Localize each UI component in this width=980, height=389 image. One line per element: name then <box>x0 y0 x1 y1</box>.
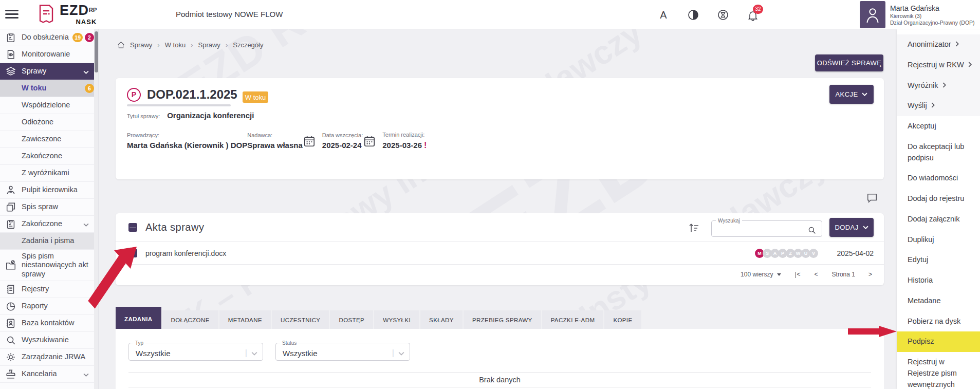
next-page-button[interactable]: > <box>868 271 873 278</box>
sidebar-item[interactable]: Pulpit kierownika <box>0 182 98 199</box>
context-menu-item-label: Dodaj załącznik <box>908 214 960 225</box>
context-menu-item[interactable]: Do wiadomości <box>897 168 980 189</box>
select-all-checkbox[interactable]: — <box>128 223 137 232</box>
context-menu-item[interactable]: Anonimizator <box>897 34 980 55</box>
sidebar-item[interactable]: Odłożone <box>0 114 98 131</box>
file-checkbox[interactable]: ✓ <box>128 249 137 257</box>
comment-bubble-icon[interactable] <box>866 192 878 203</box>
context-menu-item[interactable]: Pobierz na dysk <box>897 311 980 332</box>
chevron-right-icon <box>931 100 935 112</box>
sidebar-item[interactable]: Współdzielone <box>0 97 98 114</box>
scrollbar-thumb[interactable] <box>95 31 98 72</box>
tab[interactable]: ZADANIA <box>116 307 161 330</box>
file-row[interactable]: ✓ program konferencji.docx M S A P Z W U <box>116 242 884 265</box>
sidebar-item-label: Zawieszone <box>22 135 94 143</box>
sidebar-item[interactable]: Do obsłużenia 19 2 <box>0 29 98 46</box>
sidebar-item[interactable]: Wyszukiwanie <box>0 332 98 349</box>
sidebar-item[interactable]: Zakończone <box>0 216 98 233</box>
tab[interactable]: PACZKI E-ADM <box>542 310 604 330</box>
font-size-icon[interactable]: A <box>657 9 670 21</box>
context-menu-item[interactable]: Rejestruj w Rejestrze pism wewnętrznych <box>897 352 980 389</box>
context-menu-item-label: Rejestruj w Rejestrze pism wewnętrznych <box>908 357 971 389</box>
filter-select[interactable]: Typ Wszystkie | <box>128 340 263 361</box>
context-menu-item[interactable]: Dodaj do rejestru <box>897 189 980 209</box>
sidebar-item-label: Odłożone <box>22 118 94 126</box>
sidebar-item[interactable]: Zawieszone <box>0 131 98 148</box>
context-menu-item[interactable]: Podpisz <box>897 331 980 352</box>
rows-per-page-select[interactable]: 100 wierszy <box>741 271 781 278</box>
context-menu-item[interactable]: Duplikuj <box>897 230 980 250</box>
context-menu-item-label: Historia <box>908 275 933 286</box>
sidebar-item[interactable]: Raporty <box>0 298 98 315</box>
context-menu-item[interactable]: Edytuj <box>897 250 980 270</box>
notifications-bell-icon[interactable]: 32 <box>747 9 759 21</box>
search-input[interactable] <box>712 226 807 234</box>
case-field-value: 2025-02-24 <box>322 140 363 151</box>
case-field-label: Data wszczęcia: <box>322 132 363 140</box>
user-menu[interactable]: Marta Gdańska Kierownik (3) Dział Organi… <box>860 0 980 29</box>
refresh-case-button[interactable]: ODŚWIEŻ SPRAWĘ <box>815 54 883 71</box>
context-menu-item[interactable]: Dodaj załącznik <box>897 209 980 230</box>
context-menu-item[interactable]: Historia <box>897 270 980 291</box>
context-menu-item[interactable]: Metadane <box>897 291 980 311</box>
search-icon[interactable] <box>807 226 817 235</box>
filter-label: Typ <box>133 340 145 346</box>
sidebar-item[interactable]: Zadania i pisma <box>0 233 98 250</box>
sidebar-item[interactable]: Sprawy <box>0 63 98 80</box>
tab-panel-zadania: Typ Wszystkie | Status Wszystkie | <box>116 329 884 389</box>
context-menu-item[interactable]: Rejestruj w RKW <box>897 55 980 76</box>
tab[interactable]: KOPIE <box>604 310 641 330</box>
sidebar-count-badge: 2 <box>85 33 94 42</box>
file-name[interactable]: program konferencji.docx <box>145 249 756 257</box>
hamburger-menu-icon[interactable] <box>5 10 19 19</box>
context-menu-item-label: Duplikuj <box>908 234 934 246</box>
chevron-down-icon <box>83 220 89 228</box>
sidebar-count-badge: 6 <box>85 84 94 93</box>
ezd-rp-logo: EZDRP NASK <box>37 4 97 25</box>
sidebar-item[interactable]: Kancelaria <box>0 366 98 383</box>
sidebar-item[interactable]: Spis pism niestanowiących akt sprawy <box>0 250 98 281</box>
sidebar-item[interactable]: W toku 6 <box>0 80 98 97</box>
sidebar-item[interactable]: Spis spraw <box>0 199 98 216</box>
tab[interactable]: UCZESTNICY <box>272 310 329 330</box>
first-page-button[interactable]: |< <box>794 271 801 278</box>
sidebar-scrollbar[interactable] <box>94 29 98 389</box>
context-menu-item[interactable]: Do akceptacji lub podpisu <box>897 137 980 169</box>
breadcrumb-item[interactable]: Sprawy <box>130 41 152 49</box>
context-menu-item[interactable]: Wyróżnik <box>897 76 980 96</box>
sidebar-item[interactable]: Z wyróżnikami <box>0 165 98 182</box>
case-actions-button[interactable]: AKCJE <box>829 85 874 104</box>
sidebar-item[interactable]: Zakończone <box>0 148 98 165</box>
ezd-document-icon <box>37 4 56 24</box>
case-title-label: Tytuł sprawy: <box>127 113 160 119</box>
tab[interactable]: SKŁADY <box>420 310 463 330</box>
sort-icon[interactable] <box>688 221 700 234</box>
monitor-doc-icon <box>5 49 16 60</box>
contrast-icon[interactable] <box>687 9 699 21</box>
prev-page-button[interactable]: < <box>815 271 819 278</box>
tab[interactable]: PRZEBIEG SPRAWY <box>464 310 541 330</box>
tab[interactable]: DOSTĘP <box>330 310 373 330</box>
session-timer-icon[interactable] <box>717 9 729 21</box>
breadcrumb-item[interactable]: W toku <box>157 41 186 49</box>
add-file-button[interactable]: DODAJ <box>829 218 874 237</box>
case-tabs: ZADANIA DOŁĄCZONE METADANE UCZESTNICY DO… <box>116 307 884 331</box>
filter-select[interactable]: Status Wszystkie | <box>275 340 410 361</box>
home-icon[interactable] <box>117 41 125 49</box>
files-search-field[interactable]: Wyszukaj <box>711 218 822 237</box>
breadcrumb-item[interactable]: Szczegóły <box>226 41 264 49</box>
sidebar-item[interactable]: Rejestry <box>0 281 98 298</box>
context-menu-item[interactable]: Akceptuj <box>897 116 980 137</box>
sidebar-item-label: Wyszukiwanie <box>22 336 94 344</box>
sidebar-item[interactable]: Monitorowanie <box>0 46 98 63</box>
tab[interactable]: METADANE <box>219 310 271 330</box>
sidebar-item[interactable]: Baza kontaktów <box>0 315 98 332</box>
breadcrumb-item[interactable]: Sprawy <box>191 41 220 49</box>
tab[interactable]: DOŁĄCZONE <box>162 310 218 330</box>
file-date: 2025-04-02 <box>833 249 874 257</box>
page-indicator: Strona 1 <box>832 271 855 278</box>
case-number-underline <box>127 104 231 106</box>
sidebar-item[interactable]: Zarządzanie JRWA <box>0 349 98 366</box>
tab[interactable]: WYSYŁKI <box>374 310 419 330</box>
context-menu-item[interactable]: Wyślij <box>897 96 980 116</box>
